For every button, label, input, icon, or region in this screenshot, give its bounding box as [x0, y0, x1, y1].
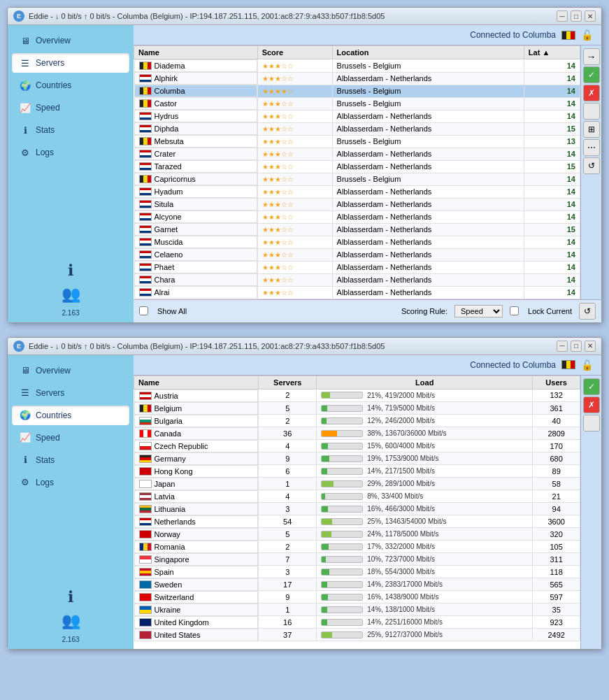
- lock-current-label-1: Lock Current: [528, 307, 572, 315]
- country-load-cell: 14%, 2383/17000 Mbit/s: [317, 578, 533, 591]
- table-row[interactable]: United Kingdom1614%, 2251/16000 Mbit/s92…: [134, 616, 580, 629]
- content-area-1: Connected to Columba 🔓 Name Score: [134, 25, 601, 322]
- table-row[interactable]: Canada3638%, 13670/36000 Mbit/s2809: [134, 427, 580, 440]
- server-location-cell: Alblasserdam - Netherlands: [332, 122, 524, 135]
- footer-refresh-btn-1[interactable]: ↺: [579, 303, 596, 320]
- table-row[interactable]: Hyadum★★★☆☆Alblasserdam - Netherlands14: [134, 185, 580, 198]
- minimize-btn-1[interactable]: ─: [557, 10, 568, 22]
- sidebar-item-speed-2[interactable]: 📈 Speed: [12, 428, 129, 448]
- table-row[interactable]: Capricornus★★★☆☆Brussels - Belgium14: [134, 173, 580, 185]
- server-name-cell: Diphda: [134, 122, 257, 135]
- table-row[interactable]: Latvia48%, 33/400 Mbit/s21: [134, 490, 580, 503]
- server-lat-cell: 13: [524, 135, 580, 148]
- accept-btn-2[interactable]: ✓: [583, 378, 600, 395]
- table-row[interactable]: Belgium514%, 719/5000 Mbit/s361: [134, 402, 580, 415]
- blank-btn-2[interactable]: [583, 415, 600, 431]
- table-row[interactable]: Singapore710%, 723/7000 Mbit/s311: [134, 553, 580, 566]
- country-servers-cell: 7: [259, 553, 317, 566]
- minimize-btn-2[interactable]: ─: [557, 341, 568, 352]
- window-body-1: 🖥 Overview ☰ Servers 🌍 Countries 📈 Speed…: [8, 25, 601, 322]
- scoring-rule-select-1[interactable]: Speed Latency Score: [454, 305, 503, 317]
- table-row[interactable]: Switzerland916%, 1438/9000 Mbit/s597: [134, 591, 580, 603]
- server-name-cell: Crater: [134, 148, 257, 160]
- sidebar-item-stats-1[interactable]: ℹ Stats: [12, 120, 129, 140]
- table-row[interactable]: Phaet★★★☆☆Alblasserdam - Netherlands14: [134, 261, 580, 273]
- table-row[interactable]: Lithuania316%, 466/3000 Mbit/s94: [134, 503, 580, 515]
- more-btn-1[interactable]: ⋯: [583, 139, 600, 156]
- table-row[interactable]: Diphda★★★☆☆Alblasserdam - Netherlands15: [134, 122, 580, 135]
- table-row[interactable]: Hong Kong614%, 217/1500 Mbit/s89: [134, 465, 580, 478]
- server-score-cell: ★★★☆☆: [257, 122, 332, 135]
- server-name-cell: Muscida: [134, 236, 257, 248]
- country-users-cell: 923: [533, 616, 580, 629]
- table-row[interactable]: Spain318%, 554/3000 Mbit/s118: [134, 566, 580, 578]
- sidebar-item-overview-2[interactable]: 🖥 Overview: [12, 361, 129, 380]
- sidebar-item-stats-2[interactable]: ℹ Stats: [12, 450, 129, 470]
- window-body-2: 🖥 Overview ☰ Servers 🌍 Countries 📈 Speed…: [8, 355, 601, 649]
- table-row[interactable]: Crater★★★☆☆Alblasserdam - Netherlands14: [134, 148, 580, 160]
- table-row[interactable]: Chara★★★☆☆Alblasserdam - Netherlands14: [134, 273, 580, 286]
- sidebar-item-countries-1[interactable]: 🌍 Countries: [12, 76, 129, 95]
- sidebar-item-logs-2[interactable]: ⚙ Logs: [12, 473, 129, 492]
- table-row[interactable]: Celaeno★★★☆☆Alblasserdam - Netherlands14: [134, 248, 580, 261]
- table-row[interactable]: Alrai★★★☆☆Alblasserdam - Netherlands14: [134, 286, 580, 299]
- table-row[interactable]: Situla★★★☆☆Alblasserdam - Netherlands14: [134, 198, 580, 210]
- sidebar-item-countries-2[interactable]: 🌍 Countries: [12, 406, 129, 425]
- table-row[interactable]: Norway524%, 1178/5000 Mbit/s320: [134, 528, 580, 541]
- table-row[interactable]: Romania217%, 332/2000 Mbit/s105: [134, 541, 580, 553]
- connect-btn-1[interactable]: →: [583, 48, 600, 65]
- table-row[interactable]: Castor★★★☆☆Brussels - Belgium14: [134, 97, 580, 110]
- server-name-cell: Chara: [134, 273, 257, 286]
- table-row[interactable]: Czech Republic415%, 600/4000 Mbit/s170: [134, 440, 580, 452]
- table-row[interactable]: Alcyone★★★☆☆Alblasserdam - Netherlands14: [134, 210, 580, 223]
- sidebar-item-servers-2[interactable]: ☰ Servers: [12, 383, 129, 403]
- show-all-checkbox-1[interactable]: [139, 306, 148, 315]
- sidebar-item-logs-1[interactable]: ⚙ Logs: [12, 143, 129, 162]
- table-row[interactable]: Garnet★★★☆☆Alblasserdam - Netherlands15: [134, 223, 580, 236]
- close-btn-1[interactable]: ✕: [585, 10, 596, 22]
- sidebar-item-speed-1[interactable]: 📈 Speed: [12, 98, 129, 117]
- table-row[interactable]: Diadema★★★☆☆Brussels - Belgium14: [134, 59, 580, 73]
- connected-text-2: Connected to Columba: [470, 360, 556, 370]
- reject-btn-1[interactable]: ✗: [583, 85, 600, 101]
- lock-current-checkbox-1[interactable]: [510, 306, 519, 315]
- sidebar-item-servers-1[interactable]: ☰ Servers: [12, 53, 129, 73]
- server-location-cell: Alblasserdam - Netherlands: [332, 248, 524, 261]
- close-btn-2[interactable]: ✕: [585, 341, 596, 352]
- monitor-btn-1[interactable]: ⊞: [583, 121, 600, 138]
- country-users-cell: 597: [533, 591, 580, 603]
- stats-icon-1: ℹ: [19, 124, 31, 136]
- reject-btn-2[interactable]: ✗: [583, 397, 600, 413]
- server-name-cell: Diadema: [134, 59, 257, 72]
- server-name-cell: Situla: [134, 198, 257, 210]
- table-row[interactable]: Alphirk★★★☆☆Alblasserdam - Netherlands14: [134, 72, 580, 85]
- country-name-cell: Austria: [134, 390, 259, 402]
- table-row[interactable]: Netherlands5425%, 13463/54000 Mbit/s3600: [134, 515, 580, 528]
- table-row[interactable]: Austria221%, 419/2000 Mbit/s132: [134, 389, 580, 402]
- server-location-cell: Alblasserdam - Netherlands: [332, 236, 524, 248]
- table-row[interactable]: Tarazed★★★☆☆Alblasserdam - Netherlands15: [134, 160, 580, 173]
- table-row[interactable]: Columba★★★★☆Brussels - Belgium14: [134, 85, 580, 97]
- country-servers-cell: 2: [259, 541, 317, 553]
- table-row[interactable]: Germany919%, 1753/9000 Mbit/s680: [134, 452, 580, 465]
- accept-btn-1[interactable]: ✓: [583, 66, 600, 83]
- table-row[interactable]: Ukraine114%, 138/1000 Mbit/s35: [134, 603, 580, 616]
- country-load-cell: 14%, 719/5000 Mbit/s: [317, 402, 533, 415]
- country-users-cell: 680: [533, 452, 580, 465]
- table-row[interactable]: Japan129%, 289/1000 Mbit/s58: [134, 478, 580, 490]
- sidebar-item-overview-1[interactable]: 🖥 Overview: [12, 31, 129, 50]
- table-row[interactable]: Muscida★★★☆☆Alblasserdam - Netherlands14: [134, 236, 580, 248]
- maximize-btn-1[interactable]: □: [571, 10, 582, 22]
- table-row[interactable]: United States3725%, 9127/37000 Mbit/s249…: [134, 629, 580, 641]
- blank-btn-1[interactable]: [583, 103, 600, 120]
- table-row[interactable]: Sweden1714%, 2383/17000 Mbit/s565: [134, 578, 580, 591]
- col-header-location-1: Location: [332, 46, 524, 59]
- table-row[interactable]: Mebsuta★★★☆☆Brussels - Belgium13: [134, 135, 580, 148]
- server-score-cell: ★★★☆☆: [257, 173, 332, 185]
- maximize-btn-2[interactable]: □: [571, 341, 582, 352]
- table-row[interactable]: Hydrus★★★☆☆Alblasserdam - Netherlands14: [134, 110, 580, 122]
- server-score-cell: ★★★☆☆: [257, 72, 332, 85]
- server-score-cell: ★★★☆☆: [257, 261, 332, 273]
- refresh-btn-1[interactable]: ↺: [583, 157, 600, 174]
- table-row[interactable]: Bulgaria212%, 246/2000 Mbit/s40: [134, 415, 580, 427]
